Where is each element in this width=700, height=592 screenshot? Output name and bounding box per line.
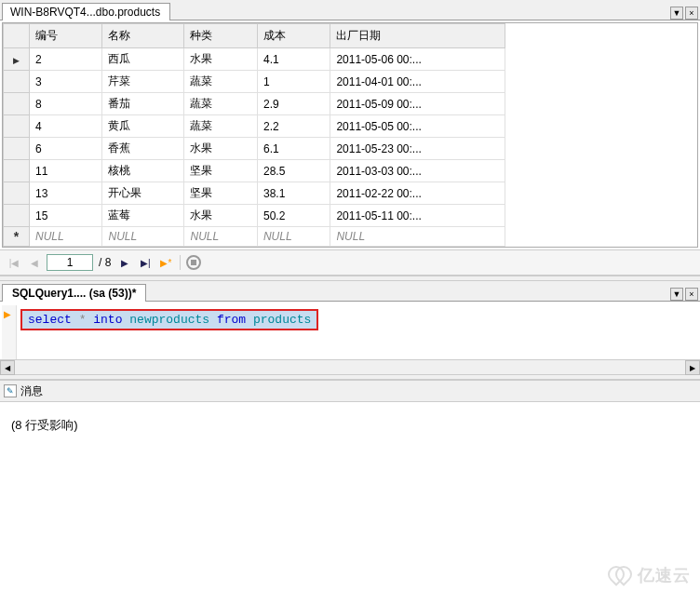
cell[interactable]: 11: [30, 160, 102, 182]
nav-stop-icon[interactable]: [186, 255, 201, 270]
nav-total-label: / 8: [97, 256, 113, 269]
table-row[interactable]: 15 蓝莓 水果 50.2 2011-05-11 00:...: [4, 205, 505, 227]
cell[interactable]: 2.2: [257, 115, 330, 138]
table-row[interactable]: 11 核桃 坚果 28.5 2011-03-03 00:...: [4, 160, 505, 182]
close-icon[interactable]: ×: [685, 7, 698, 20]
editor-gutter: ▶: [2, 305, 17, 359]
cell[interactable]: 2011-03-03 00:...: [330, 160, 505, 182]
nav-next-icon[interactable]: ▶: [116, 254, 133, 271]
products-table[interactable]: 编号 名称 种类 成本 出厂日期 2 西瓜 水果 4.1 2011-05-06 …: [3, 23, 505, 247]
cell[interactable]: 50.2: [257, 205, 330, 227]
cell[interactable]: 15: [30, 205, 102, 227]
cell[interactable]: 2.9: [257, 93, 330, 115]
record-navigator: |◀ ◀ / 8 ▶ ▶| ▶*: [0, 249, 700, 276]
cell[interactable]: 蔬菜: [184, 93, 257, 115]
cell[interactable]: 4: [30, 115, 102, 138]
table-row[interactable]: 4 黄瓜 蔬菜 2.2 2011-05-05 00:...: [4, 115, 505, 138]
cell[interactable]: 1: [257, 71, 330, 93]
cell[interactable]: 38.1: [257, 182, 330, 205]
cell[interactable]: 2011-05-06 00:...: [330, 48, 505, 71]
cell[interactable]: 水果: [184, 48, 257, 71]
cell[interactable]: 核桃: [102, 160, 184, 182]
cell[interactable]: 蓝莓: [102, 205, 184, 227]
messages-tab[interactable]: 消息: [20, 383, 43, 399]
dropdown-icon[interactable]: ▼: [670, 7, 683, 20]
row-indicator-new: [4, 227, 30, 247]
cell[interactable]: 水果: [184, 138, 257, 160]
cell-null[interactable]: NULL: [330, 227, 505, 247]
row-indicator: [4, 160, 30, 182]
col-name[interactable]: 名称: [102, 24, 184, 48]
cell[interactable]: 香蕉: [102, 138, 184, 160]
table-row[interactable]: 6 香蕉 水果 6.1 2011-05-23 00:...: [4, 138, 505, 160]
data-tab[interactable]: WIN-B8RVQT4...dbo.products: [2, 3, 170, 20]
messages-text: (8 行受影响): [11, 417, 689, 434]
cell[interactable]: 4.1: [257, 48, 330, 71]
cell[interactable]: 2011-05-11 00:...: [330, 205, 505, 227]
query-tab-bar: SQLQuery1.... (sa (53))* ▼ ×: [0, 281, 700, 302]
cell[interactable]: 坚果: [184, 182, 257, 205]
row-indicator: [4, 182, 30, 205]
col-date[interactable]: 出厂日期: [330, 24, 505, 48]
cell[interactable]: 西瓜: [102, 48, 184, 71]
messages-icon: ✎: [4, 384, 17, 397]
nav-prev-icon[interactable]: ◀: [26, 254, 43, 271]
sql-keyword: from: [217, 313, 246, 327]
cell[interactable]: 坚果: [184, 160, 257, 182]
cell[interactable]: 番茄: [102, 93, 184, 115]
nav-new-icon[interactable]: ▶*: [157, 254, 174, 271]
sql-identifier: newproducts: [129, 313, 209, 327]
row-indicator: [4, 93, 30, 115]
cell[interactable]: 黄瓜: [102, 115, 184, 138]
row-indicator: [4, 205, 30, 227]
sql-editor[interactable]: ▶ select * into newproducts from product…: [0, 302, 700, 359]
cell[interactable]: 2011-05-05 00:...: [330, 115, 505, 138]
table-row[interactable]: 13 开心果 坚果 38.1 2011-02-22 00:...: [4, 182, 505, 205]
table-row[interactable]: 2 西瓜 水果 4.1 2011-05-06 00:...: [4, 48, 505, 71]
col-id[interactable]: 编号: [30, 24, 102, 48]
cell[interactable]: 2011-04-01 00:...: [330, 71, 505, 93]
cell[interactable]: 3: [30, 71, 102, 93]
table-new-row[interactable]: NULL NULL NULL NULL NULL: [4, 227, 505, 247]
table-row[interactable]: 8 番茄 蔬菜 2.9 2011-05-09 00:...: [4, 93, 505, 115]
sql-identifier: products: [253, 313, 311, 327]
sql-keyword: into: [93, 313, 122, 327]
cell[interactable]: 6.1: [257, 138, 330, 160]
editor-horizontal-scrollbar[interactable]: ◀ ▶: [0, 359, 700, 374]
query-tab[interactable]: SQLQuery1.... (sa (53))*: [2, 284, 146, 302]
cell[interactable]: 2011-05-23 00:...: [330, 138, 505, 160]
close-icon[interactable]: ×: [685, 288, 698, 301]
cell[interactable]: 2011-02-22 00:...: [330, 182, 505, 205]
nav-position-input[interactable]: [47, 254, 93, 271]
query-tab-controls: ▼ ×: [670, 288, 700, 301]
col-kind[interactable]: 种类: [184, 24, 257, 48]
table-row[interactable]: 3 芹菜 蔬菜 1 2011-04-01 00:...: [4, 71, 505, 93]
messages-tab-bar: ✎ 消息: [0, 380, 700, 402]
cell[interactable]: 6: [30, 138, 102, 160]
col-cost[interactable]: 成本: [257, 24, 330, 48]
cell-null[interactable]: NULL: [30, 227, 102, 247]
nav-last-icon[interactable]: ▶|: [137, 254, 154, 271]
cell[interactable]: 13: [30, 182, 102, 205]
cell[interactable]: 8: [30, 93, 102, 115]
cell[interactable]: 水果: [184, 205, 257, 227]
cell[interactable]: 蔬菜: [184, 115, 257, 138]
sql-operator: *: [79, 313, 87, 327]
cell[interactable]: 2: [30, 48, 102, 71]
cell-null[interactable]: NULL: [102, 227, 184, 247]
messages-body[interactable]: (8 行受影响): [0, 402, 700, 570]
row-indicator: [4, 138, 30, 160]
cell-null[interactable]: NULL: [257, 227, 330, 247]
scroll-track[interactable]: [15, 360, 685, 374]
cell[interactable]: 芹菜: [102, 71, 184, 93]
scroll-right-icon[interactable]: ▶: [685, 360, 700, 375]
cell[interactable]: 2011-05-09 00:...: [330, 93, 505, 115]
cell[interactable]: 开心果: [102, 182, 184, 205]
cell[interactable]: 蔬菜: [184, 71, 257, 93]
sql-statement[interactable]: select * into newproducts from products: [28, 313, 311, 327]
nav-first-icon[interactable]: |◀: [6, 254, 22, 271]
scroll-left-icon[interactable]: ◀: [0, 360, 15, 375]
cell[interactable]: 28.5: [257, 160, 330, 182]
cell-null[interactable]: NULL: [184, 227, 257, 247]
dropdown-icon[interactable]: ▼: [670, 288, 683, 301]
